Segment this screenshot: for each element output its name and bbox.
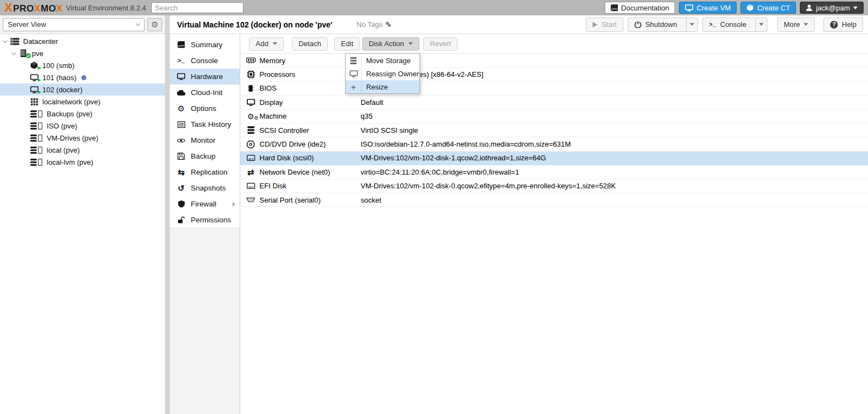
view-selector[interactable]: Server View bbox=[3, 18, 145, 31]
help-button[interactable]: ? Help bbox=[823, 18, 863, 32]
proxmox-app: X PROXMOX Virtual Environment 8.2.4 Docu… bbox=[0, 0, 868, 414]
storage-stack-icon bbox=[346, 54, 362, 67]
node-icon bbox=[19, 49, 29, 57]
row-value: VM-Drives:102/vm-102-disk-1.qcow2,iothre… bbox=[361, 154, 868, 162]
shutdown-menu-arrow[interactable] bbox=[686, 18, 698, 31]
row-value: 1 (1 sockets, 1 cores) [x86-64-v2-AES] bbox=[361, 70, 868, 79]
storage-icon bbox=[29, 135, 43, 142]
tree-item-101-haos[interactable]: ▶ 101 (haos) bbox=[0, 71, 165, 83]
tree-item-datacenter[interactable]: Datacenter bbox=[0, 35, 165, 47]
efi-disk-icon bbox=[246, 182, 256, 189]
tab-cloud-init[interactable]: Cloud-Init bbox=[170, 85, 240, 100]
monitor-icon bbox=[685, 4, 693, 12]
storage-icon bbox=[29, 147, 43, 154]
unlock-icon bbox=[176, 216, 186, 223]
search-input[interactable] bbox=[151, 2, 244, 13]
create-vm-button[interactable]: Create VM bbox=[679, 2, 737, 14]
book-icon bbox=[176, 41, 186, 48]
tab-label: Options bbox=[191, 104, 217, 113]
tree-item-local-lvm[interactable]: local-lvm (pve) bbox=[0, 156, 165, 168]
hardware-row-memory[interactable]: Memory bbox=[240, 54, 868, 68]
tag-dot bbox=[81, 75, 86, 80]
monitor-icon bbox=[176, 73, 186, 80]
tab-options[interactable]: ⚙ Options bbox=[170, 100, 240, 116]
detach-button[interactable]: Detach bbox=[292, 37, 328, 51]
history-undo-icon: ↺ bbox=[176, 183, 186, 193]
edit-tags-pencil-icon[interactable]: ✎ bbox=[385, 20, 392, 29]
tree-item-label: 100 (smb) bbox=[42, 61, 75, 70]
add-button[interactable]: Add bbox=[249, 37, 284, 51]
settings-gear-button[interactable]: ⚙ bbox=[147, 18, 162, 31]
tab-label: Backup bbox=[191, 152, 215, 160]
start-button[interactable]: Start bbox=[586, 18, 623, 32]
tree-item-label: Backups (pve) bbox=[47, 110, 92, 118]
expand-chevron-icon[interactable] bbox=[3, 38, 7, 42]
expand-chevron-icon[interactable] bbox=[12, 50, 16, 54]
online-check-icon bbox=[26, 53, 31, 58]
tree-item-vm-drives[interactable]: VM-Drives (pve) bbox=[0, 132, 165, 144]
running-play-icon: ▶ bbox=[38, 66, 41, 70]
hardware-row-cdrom[interactable]: CD/DVD Drive (ide2) ISO:iso/debian-12.7.… bbox=[240, 137, 868, 151]
floppy-icon bbox=[176, 153, 186, 160]
view-selector-value: Server View bbox=[8, 20, 46, 29]
replication-arrows-icon: ⇆ bbox=[176, 168, 186, 176]
vm-menu-panel: Summary >_ Console Hardware Cloud-Init ⚙… bbox=[170, 34, 240, 414]
create-ct-label: Create CT bbox=[757, 4, 790, 12]
no-tags-label: No Tags bbox=[357, 20, 383, 29]
hardware-row-bios[interactable]: BIOS OVMF (UEFI) bbox=[240, 82, 868, 96]
play-icon bbox=[593, 22, 598, 27]
console-menu-arrow[interactable] bbox=[755, 18, 767, 31]
hardware-row-display[interactable]: Display Default bbox=[240, 96, 868, 109]
tree-item-backups[interactable]: Backups (pve) bbox=[0, 108, 165, 120]
panel-splitter[interactable] bbox=[165, 15, 170, 414]
create-ct-button[interactable]: Create CT bbox=[740, 2, 796, 14]
tree-item-iso[interactable]: ISO (pve) bbox=[0, 120, 165, 132]
tree-item-pve[interactable]: pve bbox=[0, 47, 165, 59]
row-value: virtio=BC:24:11:20:6A:0C,bridge=vmbr0,fi… bbox=[361, 168, 868, 176]
row-value: VirtIO SCSI single bbox=[361, 126, 868, 135]
hardware-row-machine[interactable]: ⚙⚙ Machine q35 bbox=[240, 110, 868, 124]
tab-summary[interactable]: Summary bbox=[170, 37, 240, 53]
tab-backup[interactable]: Backup bbox=[170, 148, 240, 164]
menu-item-move-storage[interactable]: Move Storage bbox=[346, 54, 419, 67]
menu-item-reassign-owner[interactable]: Reassign Owner bbox=[346, 67, 419, 80]
hardware-panel: Add Detach Edit Disk Action Revert Memor… bbox=[240, 34, 868, 414]
revert-button[interactable]: Revert bbox=[423, 37, 457, 51]
hardware-row-hard-disk[interactable]: Hard Disk (scsi0) VM-Drives:102/vm-102-d… bbox=[240, 152, 868, 165]
row-value: OVMF (UEFI) bbox=[361, 84, 868, 92]
menu-item-resize[interactable]: + Resize bbox=[346, 80, 419, 93]
tab-console[interactable]: >_ Console bbox=[170, 53, 240, 69]
hardware-row-processors[interactable]: Processors 1 (1 sockets, 1 cores) [x86-6… bbox=[240, 68, 868, 81]
tree-item-localnetwork[interactable]: localnetwork (pve) bbox=[0, 96, 165, 108]
tab-task-history[interactable]: Task History bbox=[170, 116, 240, 132]
edit-button[interactable]: Edit bbox=[334, 37, 360, 51]
tree-item-label: ISO (pve) bbox=[47, 122, 78, 130]
row-label: Machine bbox=[259, 112, 361, 120]
hardware-row-efi-disk[interactable]: EFI Disk VM-Drives:102/vm-102-disk-0.qco… bbox=[240, 180, 868, 193]
row-value: Default bbox=[361, 98, 868, 107]
more-button[interactable]: More bbox=[777, 18, 815, 32]
tree-item-102-docker[interactable]: ▶ 102 (docker) bbox=[0, 83, 165, 96]
tree-item-100-smb[interactable]: ▶ 100 (smb) bbox=[0, 59, 165, 71]
hardware-row-scsi-controller[interactable]: SCSI Controller VirtIO SCSI single bbox=[240, 124, 868, 137]
tab-monitor[interactable]: Monitor bbox=[170, 132, 240, 148]
tab-firewall[interactable]: Firewall bbox=[170, 196, 240, 212]
tab-snapshots[interactable]: ↺ Snapshots bbox=[170, 180, 240, 196]
proxmox-wordmark: PROXMOX bbox=[13, 3, 63, 14]
hardware-toolbar: Add Detach Edit Disk Action Revert bbox=[240, 34, 868, 53]
tree-item-local[interactable]: local (pve) bbox=[0, 144, 165, 156]
tab-hardware[interactable]: Hardware bbox=[170, 69, 240, 85]
disk-action-button[interactable]: Disk Action bbox=[362, 37, 419, 51]
documentation-button[interactable]: Documentation bbox=[605, 2, 675, 14]
user-menu-button[interactable]: jack@pam bbox=[800, 2, 864, 14]
menu-item-label: Reassign Owner bbox=[362, 70, 419, 78]
tab-permissions[interactable]: Permissions bbox=[170, 212, 240, 228]
console-button[interactable]: >_Console bbox=[703, 18, 767, 32]
tab-replication[interactable]: ⇆ Replication bbox=[170, 164, 240, 180]
chevron-down-icon bbox=[804, 23, 808, 26]
hardware-row-serial-port[interactable]: Serial Port (serial0) socket bbox=[240, 193, 868, 207]
chevron-down-icon bbox=[273, 42, 277, 45]
monitor-icon bbox=[346, 67, 362, 80]
hardware-row-network[interactable]: ⇄ Network Device (net0) virtio=BC:24:11:… bbox=[240, 165, 868, 179]
shutdown-button[interactable]: Shutdown bbox=[628, 18, 698, 32]
